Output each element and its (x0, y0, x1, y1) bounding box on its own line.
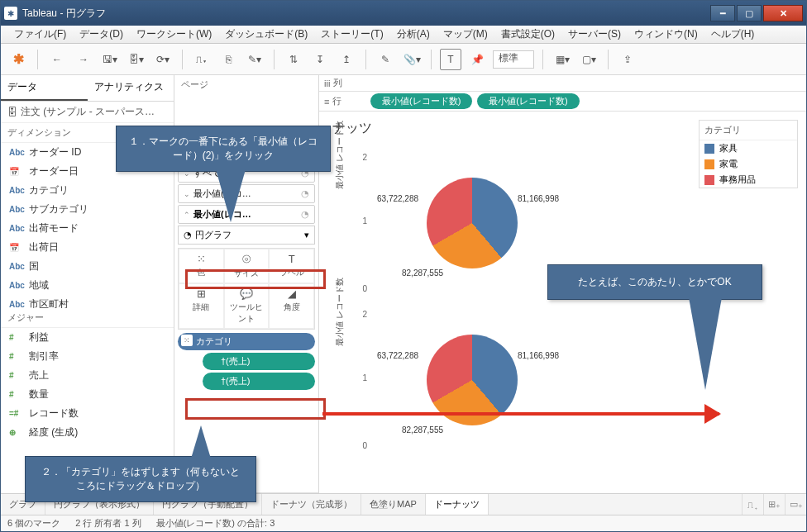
new-worksheet-button[interactable]: ⎍▾ (191, 49, 212, 70)
tableau-icon[interactable]: ✱ (7, 49, 29, 70)
showme-button[interactable]: ▦▾ (552, 49, 573, 70)
menu-analysis[interactable]: 分析(A) (390, 26, 437, 43)
y-axis-label-2: 最小値 レコード数 (334, 278, 346, 346)
status-marks: 6 個のマーク (7, 517, 60, 530)
menu-server[interactable]: サーバー(S) (561, 26, 628, 43)
menu-window[interactable]: ウィンドウ(N) (628, 26, 704, 43)
dimension-field[interactable]: Abcカテゴリ (1, 181, 174, 200)
pill-category[interactable]: ⁙カテゴリ (178, 333, 315, 350)
dimension-field[interactable]: Abc地域 (1, 276, 174, 295)
window-maximize-button[interactable]: ▢ (737, 5, 762, 21)
pie-1[interactable] (427, 178, 518, 268)
rows-pill-2[interactable]: 最小値(レコード数) (477, 93, 579, 109)
legend-item[interactable]: 家具 (700, 140, 797, 156)
mark-tooltip-button[interactable]: 💬ツールヒント (224, 283, 270, 329)
mark-detail-button[interactable]: ⊞詳細 (179, 283, 224, 329)
rows-shelf[interactable]: ≡行 最小値(レコード数) 最小値(レコード数) (319, 92, 806, 112)
datasource-name: 注文 (サンプル - スーパース… (21, 105, 167, 119)
menu-worksheet[interactable]: ワークシート(W) (130, 26, 218, 43)
dimension-field[interactable]: Abc出荷モード (1, 219, 174, 238)
menu-data[interactable]: データ(D) (73, 26, 130, 43)
status-rows: 2 行 所有者 1 列 (75, 517, 141, 530)
menu-story[interactable]: ストーリー(T) (314, 26, 389, 43)
measure-field[interactable]: #割引率 (1, 347, 174, 366)
marks-record-2[interactable]: ⌃最小値(レコ…◔ (178, 205, 315, 224)
dimension-field[interactable]: 📅出荷日 (1, 238, 174, 257)
new-story-button[interactable]: ▭₊ (785, 494, 806, 515)
label-a1: 81,166,998 (518, 194, 559, 203)
sort-desc-button[interactable]: ↥ (336, 49, 357, 70)
menu-bar: ファイル(F) データ(D) ワークシート(W) ダッシュボード(B) ストーリ… (1, 26, 806, 44)
fit-selector[interactable]: 標準 (493, 50, 534, 69)
toolbar: ✱ ← → 🖫▾ 🗄▾ ⟳▾ ⎍▾ ⎘ ✎▾ ⇅ ↧ ↥ ✎ 📎▾ T 📌 標準… (1, 44, 806, 75)
annotation-2: ２．「カテゴリ」をはずします（何もないところにドラッグ＆ドロップ） (25, 456, 256, 502)
dimension-field[interactable]: Abc市区町村 (1, 295, 174, 308)
measure-field[interactable]: ⊕経度 (生成) (1, 423, 174, 442)
new-sheet-button[interactable]: ⎍₊ (742, 494, 763, 515)
mark-type-selector[interactable]: ◔円グラフ▾ (178, 226, 315, 245)
label-toggle-button[interactable]: T (440, 49, 461, 70)
measure-field[interactable]: #数量 (1, 385, 174, 404)
dimension-field[interactable]: Abc国 (1, 257, 174, 276)
duplicate-button[interactable]: ⎘ (217, 49, 239, 70)
presentation-button[interactable]: ▢▾ (578, 49, 599, 70)
menu-help[interactable]: ヘルプ(H) (704, 26, 762, 43)
refresh-button[interactable]: ⟳▾ (152, 49, 174, 70)
measure-field[interactable]: #売上 (1, 366, 174, 385)
measure-field[interactable]: #利益 (1, 328, 174, 347)
mark-angle-button[interactable]: ◢角度 (269, 283, 314, 329)
clear-button[interactable]: ✎▾ (244, 49, 265, 70)
menu-map[interactable]: マップ(M) (437, 26, 494, 43)
measure-field[interactable]: =#レコード数 (1, 404, 174, 423)
highlight-button[interactable]: ✎ (375, 49, 396, 70)
swap-button[interactable]: ⇅ (283, 49, 304, 70)
columns-shelf[interactable]: iii列 (319, 75, 806, 92)
sheet-tab-5[interactable]: ドーナッツ (426, 494, 489, 515)
menu-file[interactable]: ファイル(F) (7, 26, 73, 43)
back-button[interactable]: ← (46, 49, 68, 70)
new-dashboard-button[interactable]: ⊞₊ (763, 494, 785, 515)
mark-size-button[interactable]: ⦾サイズ (224, 249, 270, 283)
window-titlebar: ✱ Tableau - 円グラフ ━ ▢ ✕ (1, 1, 806, 26)
window-close-button[interactable]: ✕ (763, 5, 803, 21)
legend-item[interactable]: 事務用品 (700, 172, 797, 188)
window-minimize-button[interactable]: ━ (710, 5, 735, 21)
pill-sales-1[interactable]: †(売上) (203, 353, 315, 370)
pie-chart-2[interactable]: 最小値 レコード数 210 81,166,998 82,287,555 63,7… (352, 302, 666, 458)
color-legend[interactable]: カテゴリ 家具家電事務用品 (699, 120, 798, 188)
marks-record-1[interactable]: ⌄最小値(レコ…◔ (178, 184, 315, 203)
save-button[interactable]: 🖫▾ (99, 49, 121, 70)
menu-format[interactable]: 書式設定(O) (494, 26, 561, 43)
color-icon: ⁙ (181, 335, 193, 346)
label-b1: 82,287,555 (402, 268, 443, 278)
annotation-3: たとえば、このあたり、とかでOK (547, 264, 762, 300)
legend-item[interactable]: 家電 (700, 156, 797, 172)
measure-header: メジャー (7, 311, 44, 324)
mark-color-button[interactable]: ⁙色 (179, 249, 224, 283)
tab-analytics[interactable]: アナリティクス (88, 75, 174, 101)
group-button[interactable]: 📎▾ (401, 49, 423, 70)
datasource-icon: 🗄 (7, 107, 17, 118)
window-title: Tableau - 円グラフ (22, 7, 710, 21)
sort-asc-button[interactable]: ↧ (309, 49, 331, 70)
y-ticks-2: 210 (352, 310, 369, 450)
marks-properties: ⁙色 ⦾サイズ Tラベル ⊞詳細 💬ツールヒント ◢角度 (178, 248, 315, 330)
rows-pill-1[interactable]: 最小値(レコード数) (370, 93, 472, 109)
forward-button[interactable]: → (73, 49, 94, 70)
share-button[interactable]: ⇪ (617, 49, 638, 70)
drag-arrow (322, 412, 719, 416)
tab-data[interactable]: データ (1, 75, 88, 101)
pill-sales-2[interactable]: †(売上) (203, 373, 315, 390)
sheet-tab-3[interactable]: ドーナツ（完成形） (262, 494, 361, 515)
new-datasource-button[interactable]: 🗄▾ (126, 49, 147, 70)
legend-title: カテゴリ (700, 121, 797, 140)
menu-dashboard[interactable]: ダッシュボード(B) (218, 26, 314, 43)
pin-button[interactable]: 📌 (466, 49, 488, 70)
status-bar: 6 個のマーク 2 行 所有者 1 列 最小値(レコード数) の合計: 3 (1, 515, 806, 531)
data-source[interactable]: 🗄 注文 (サンプル - スーパース… (1, 102, 174, 123)
status-sum: 最小値(レコード数) の合計: 3 (156, 517, 275, 530)
dimension-field[interactable]: Abcサブカテゴリ (1, 200, 174, 219)
sheet-tab-4[interactable]: 色塗りMAP (361, 494, 426, 515)
mark-label-button[interactable]: Tラベル (269, 249, 314, 283)
label-c2: 63,722,288 (377, 351, 418, 360)
